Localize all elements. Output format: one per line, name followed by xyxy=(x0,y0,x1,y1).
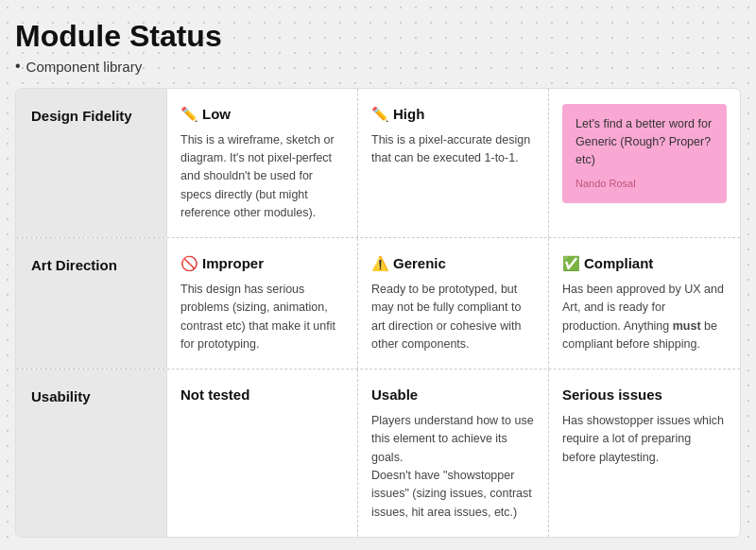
sticky-note: Let's find a better word for Generic (Ro… xyxy=(562,104,727,203)
pencil-icon: ✏️ xyxy=(371,104,389,126)
cell-usability-not-tested: Not tested xyxy=(167,370,358,537)
cell-design-fidelity-sticky: Let's find a better word for Generic (Ro… xyxy=(549,89,740,237)
cell-title: Usable xyxy=(371,385,535,406)
cell-title-text: Compliant xyxy=(584,253,653,275)
row-header-label: Art Direction xyxy=(31,257,117,273)
sticky-text: Let's find a better word for Generic (Ro… xyxy=(576,117,712,166)
cell-desc: Has been approved by UX and Art, and is … xyxy=(562,281,727,354)
cell-design-fidelity-high: ✏️ High This is a pixel-accurate design … xyxy=(358,89,549,237)
cell-desc: This design has serious problems (sizing… xyxy=(180,281,344,354)
cell-desc: Ready to be prototyped, but may not be f… xyxy=(371,281,535,354)
cell-desc: Players understand how to use this eleme… xyxy=(371,412,535,522)
cell-art-direction-improper: 🚫 Improper This design has serious probl… xyxy=(167,238,358,369)
table-row: Usability Not tested Usable Players unde… xyxy=(16,370,740,537)
cell-design-fidelity-low: ✏️ Low This is a wireframe, sketch or di… xyxy=(167,89,358,237)
breadcrumb: Component library xyxy=(15,58,741,75)
table-row: Design Fidelity ✏️ Low This is a wirefra… xyxy=(16,89,740,238)
row-header-art-direction: Art Direction xyxy=(16,238,167,369)
cell-title: Serious issues xyxy=(562,385,727,406)
no-icon: 🚫 xyxy=(180,253,198,275)
row-header-label: Design Fidelity xyxy=(31,108,132,124)
warning-icon: ⚠️ xyxy=(371,253,389,275)
pencil-icon: ✏️ xyxy=(180,104,198,126)
breadcrumb-label: Component library xyxy=(26,59,143,75)
check-icon: ✅ xyxy=(562,253,580,275)
cell-title: Not tested xyxy=(180,385,344,406)
row-header-usability: Usability xyxy=(16,370,167,537)
row-header-design-fidelity: Design Fidelity xyxy=(16,89,167,237)
cell-title: 🚫 Improper xyxy=(180,253,344,275)
cell-usability-usable: Usable Players understand how to use thi… xyxy=(358,370,549,537)
sticky-author: Nando Rosal xyxy=(576,176,713,192)
cell-desc: This is a pixel-accurate design that can… xyxy=(371,131,535,168)
page-title: Module Status xyxy=(15,19,741,54)
cell-title: ✏️ Low xyxy=(180,104,344,126)
cell-title-text: Improper xyxy=(202,253,264,275)
cell-usability-serious-issues: Serious issues Has showstopper issues wh… xyxy=(549,370,740,537)
module-status-table: Design Fidelity ✏️ Low This is a wirefra… xyxy=(15,88,741,538)
cell-title-text: Low xyxy=(202,104,231,126)
cell-desc: Has showstopper issues which require a l… xyxy=(562,412,727,467)
cell-title-text: High xyxy=(393,104,424,126)
cell-art-direction-compliant: ✅ Compliant Has been approved by UX and … xyxy=(549,238,740,369)
table-row: Art Direction 🚫 Improper This design has… xyxy=(16,238,740,370)
cell-title: ⚠️ Gerenic xyxy=(371,253,535,275)
cell-art-direction-gerenic: ⚠️ Gerenic Ready to be prototyped, but m… xyxy=(358,238,549,369)
cell-title: ✏️ High xyxy=(371,104,535,126)
row-header-label: Usability xyxy=(31,388,91,404)
cell-title-text: Gerenic xyxy=(393,253,446,275)
cell-desc: This is a wireframe, sketch or diagram. … xyxy=(180,131,344,223)
cell-title: ✅ Compliant xyxy=(562,253,727,275)
